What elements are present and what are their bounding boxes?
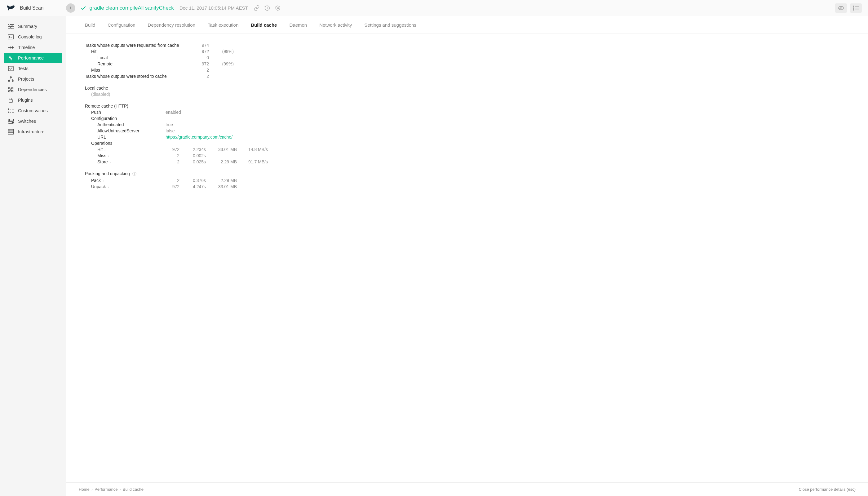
remote-label: Remote bbox=[85, 61, 184, 66]
remote-pct: (99%) bbox=[209, 61, 234, 66]
breadcrumb-performance[interactable]: Performance bbox=[95, 487, 118, 492]
link-icon[interactable] bbox=[253, 5, 260, 11]
tab-configuration[interactable]: Configuration bbox=[108, 22, 135, 33]
help-icon[interactable]: ⓘ bbox=[133, 171, 136, 176]
sidebar-item-infra[interactable]: Infrastructure bbox=[4, 126, 62, 137]
svg-rect-17 bbox=[8, 35, 14, 39]
local-value: 0 bbox=[184, 55, 209, 60]
sidebar-item-console[interactable]: Console log bbox=[4, 32, 62, 42]
pack-row[interactable]: Pack›20.376s2.29 MB bbox=[85, 178, 849, 183]
svg-point-5 bbox=[853, 6, 854, 6]
sidebar-item-label: Console log bbox=[18, 34, 42, 40]
sidebar-item-label: Projects bbox=[18, 77, 34, 81]
tabs: Build Configuration Dependency resolutio… bbox=[66, 16, 868, 33]
ops-label: Operations bbox=[85, 141, 184, 146]
push-label: Push bbox=[85, 110, 166, 115]
sidebar-item-custom[interactable]: Custom values bbox=[4, 105, 62, 116]
sidebar: Summary Console log Timeline Performance… bbox=[0, 16, 66, 496]
hit-label: Hit bbox=[85, 49, 184, 54]
ops-miss-row[interactable]: Miss›20.002s bbox=[85, 153, 849, 158]
ops-store-row[interactable]: Store›20.025s2.29 MB91.7 MB/s bbox=[85, 159, 849, 164]
tab-settings[interactable]: Settings and suggestions bbox=[364, 22, 416, 33]
remote-value: 972 bbox=[184, 61, 209, 66]
svg-line-1 bbox=[278, 8, 279, 9]
tab-build[interactable]: Build bbox=[85, 22, 95, 33]
config-label: Configuration bbox=[85, 116, 184, 121]
remote-cache-heading: Remote cache (HTTP) bbox=[85, 104, 849, 108]
sidebar-item-summary[interactable]: Summary bbox=[4, 21, 62, 32]
svg-point-16 bbox=[10, 28, 11, 29]
plugins-icon bbox=[7, 97, 14, 103]
breadcrumb-footer: Home › Performance › Build cache Close p… bbox=[66, 482, 868, 496]
svg-point-52 bbox=[9, 130, 9, 130]
sidebar-item-plugins[interactable]: Plugins bbox=[4, 95, 62, 105]
sidebar-item-label: Switches bbox=[18, 119, 36, 124]
packing-heading: Packing and unpackingⓘ bbox=[85, 171, 849, 177]
tab-network-activity[interactable]: Network activity bbox=[319, 22, 352, 33]
sidebar-item-dependencies[interactable]: Dependencies bbox=[4, 84, 62, 95]
svg-point-7 bbox=[853, 8, 854, 9]
stored-value: 2 bbox=[184, 74, 209, 79]
sidebar-item-switches[interactable]: Switches bbox=[4, 116, 62, 126]
console-icon bbox=[7, 34, 14, 40]
svg-point-24 bbox=[10, 77, 12, 78]
tests-icon bbox=[7, 65, 14, 72]
sidebar-item-label: Performance bbox=[18, 56, 44, 60]
sidebar-item-label: Tests bbox=[18, 66, 29, 71]
auth-label: Authenticated bbox=[85, 122, 166, 127]
sidebar-item-label: Custom values bbox=[18, 108, 48, 113]
chevron-right-icon: › bbox=[109, 160, 111, 164]
performance-icon bbox=[7, 55, 14, 61]
svg-point-0 bbox=[277, 7, 278, 9]
ops-hit-row[interactable]: Hit›9722.234s33.01 MB14.8 MB/s bbox=[85, 147, 849, 152]
breadcrumb-home[interactable]: Home bbox=[79, 487, 90, 492]
gradle-logo-icon bbox=[6, 4, 16, 12]
local-cache-status: (disabled) bbox=[85, 92, 184, 97]
chevron-right-icon: › bbox=[103, 179, 104, 183]
build-timestamp: Dec 11, 2017 10:05:14 PM AEST bbox=[180, 5, 248, 11]
search-icon[interactable] bbox=[275, 5, 281, 11]
avatar[interactable]: t bbox=[66, 3, 75, 13]
local-label: Local bbox=[85, 55, 184, 60]
sidebar-item-label: Infrastructure bbox=[18, 129, 44, 134]
sidebar-item-timeline[interactable]: Timeline bbox=[4, 42, 62, 53]
svg-point-46 bbox=[9, 120, 10, 121]
sidebar-item-projects[interactable]: Projects bbox=[4, 74, 62, 84]
requested-label: Tasks whose outputs were requested from … bbox=[85, 43, 184, 48]
sidebar-item-label: Timeline bbox=[18, 45, 35, 50]
sidebar-item-label: Dependencies bbox=[18, 87, 47, 92]
miss-label: Miss bbox=[85, 67, 184, 73]
sidebar-item-performance[interactable]: Performance bbox=[4, 53, 62, 63]
unpack-row[interactable]: Unpack›9724.247s33.01 MB bbox=[85, 184, 849, 189]
cache-url-link[interactable]: https://gradle.company.com/cache/ bbox=[166, 135, 232, 140]
tab-dependency-resolution[interactable]: Dependency resolution bbox=[148, 22, 195, 33]
miss-value: 2 bbox=[184, 67, 209, 73]
list-icon[interactable] bbox=[850, 3, 862, 13]
sidebar-item-tests[interactable]: Tests bbox=[4, 63, 62, 74]
svg-point-14 bbox=[9, 24, 10, 25]
svg-point-39 bbox=[9, 109, 9, 110]
compare-icon[interactable]: A bbox=[835, 3, 847, 13]
switches-icon bbox=[7, 118, 14, 124]
svg-point-9 bbox=[853, 10, 854, 10]
history-icon[interactable] bbox=[264, 5, 270, 11]
tab-task-execution[interactable]: Task execution bbox=[208, 22, 238, 33]
status-success-icon bbox=[80, 5, 87, 11]
tab-build-cache[interactable]: Build cache bbox=[251, 22, 277, 33]
requested-value: 974 bbox=[184, 43, 209, 48]
push-value: enabled bbox=[166, 110, 181, 115]
local-cache-heading: Local cache bbox=[85, 86, 849, 91]
custom-values-icon bbox=[7, 108, 14, 114]
svg-rect-51 bbox=[8, 133, 14, 134]
allow-label: AllowUntrustedServer bbox=[85, 128, 166, 133]
close-details-link[interactable]: Close performance details (esc) bbox=[799, 487, 856, 492]
chevron-right-icon: › bbox=[105, 148, 106, 152]
stored-label: Tasks whose outputs were stored to cache bbox=[85, 74, 184, 79]
svg-text:A: A bbox=[839, 7, 841, 9]
tab-daemon[interactable]: Daemon bbox=[289, 22, 307, 33]
url-label: URL bbox=[85, 135, 166, 140]
svg-point-26 bbox=[12, 80, 13, 81]
sidebar-item-label: Plugins bbox=[18, 98, 33, 103]
projects-icon bbox=[7, 76, 14, 82]
summary-icon bbox=[7, 23, 14, 29]
